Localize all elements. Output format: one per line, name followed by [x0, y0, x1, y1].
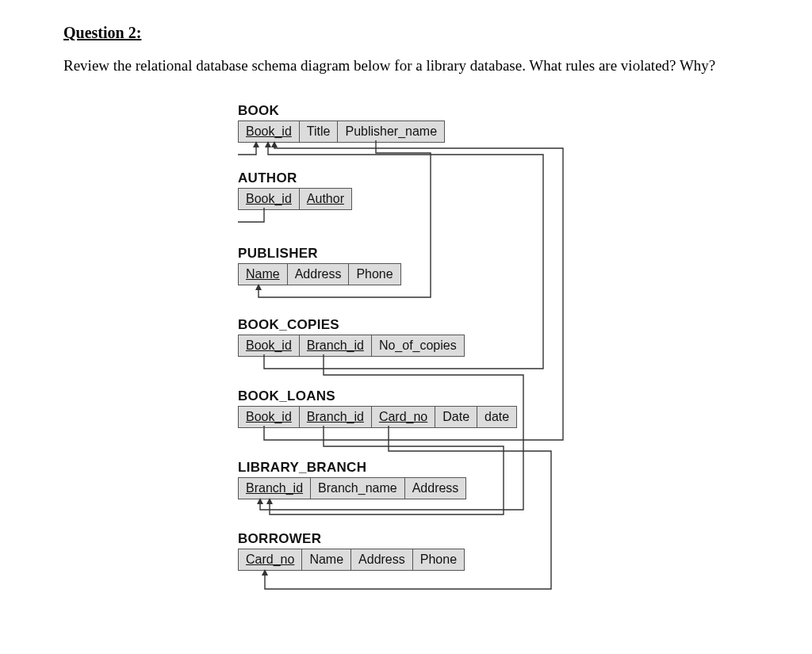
- schema-diagram: BOOK Book_id Title Publisher_name AUTHOR…: [238, 99, 745, 622]
- table-library-branch: LIBRARY_BRANCH Branch_id Branch_name Add…: [238, 460, 466, 499]
- table-title: BOOK_LOANS: [238, 388, 517, 404]
- col-branch-id: Branch_id: [238, 477, 311, 499]
- col-phone: Phone: [413, 549, 465, 571]
- col-address: Address: [405, 477, 467, 499]
- table-title: AUTHOR: [238, 170, 352, 186]
- col-card-no: Card_no: [238, 549, 302, 571]
- table-author: AUTHOR Book_id Author: [238, 170, 352, 210]
- col-name: Name: [238, 263, 288, 285]
- col-publisher-name: Publisher_name: [338, 120, 445, 143]
- table-book-copies: BOOK_COPIES Book_id Branch_id No_of_copi…: [238, 317, 465, 357]
- table-book: BOOK Book_id Title Publisher_name: [238, 103, 445, 143]
- col-branch-id: Branch_id: [300, 335, 372, 357]
- table-publisher: PUBLISHER Name Address Phone: [238, 246, 401, 285]
- col-author: Author: [300, 188, 352, 210]
- table-title: BOOK_COPIES: [238, 317, 465, 333]
- col-card-no: Card_no: [372, 406, 435, 428]
- col-date-out: Date: [435, 406, 477, 428]
- col-book-id: Book_id: [238, 120, 300, 143]
- page-root: Question 2: Review the relational databa…: [0, 0, 812, 654]
- col-branch-name: Branch_name: [311, 477, 405, 499]
- table-title: BOOK: [238, 103, 445, 119]
- table-title: LIBRARY_BRANCH: [238, 460, 466, 476]
- table-title: PUBLISHER: [238, 246, 401, 262]
- question-title: Question 2:: [63, 24, 141, 42]
- col-address: Address: [351, 549, 413, 571]
- col-branch-id: Branch_id: [300, 406, 372, 428]
- table-title: BORROWER: [238, 531, 465, 547]
- col-name: Name: [302, 549, 351, 571]
- col-no-of-copies: No_of_copies: [372, 335, 465, 357]
- col-book-id: Book_id: [238, 406, 300, 428]
- col-address: Address: [288, 263, 350, 285]
- col-date-due: date: [477, 406, 517, 428]
- col-title: Title: [300, 120, 339, 143]
- table-borrower: BORROWER Card_no Name Address Phone: [238, 531, 465, 571]
- col-book-id: Book_id: [238, 335, 300, 357]
- table-book-loans: BOOK_LOANS Book_id Branch_id Card_no Dat…: [238, 388, 517, 428]
- question-prompt: Review the relational database schema di…: [63, 55, 761, 76]
- col-phone: Phone: [349, 263, 400, 285]
- col-book-id: Book_id: [238, 188, 300, 210]
